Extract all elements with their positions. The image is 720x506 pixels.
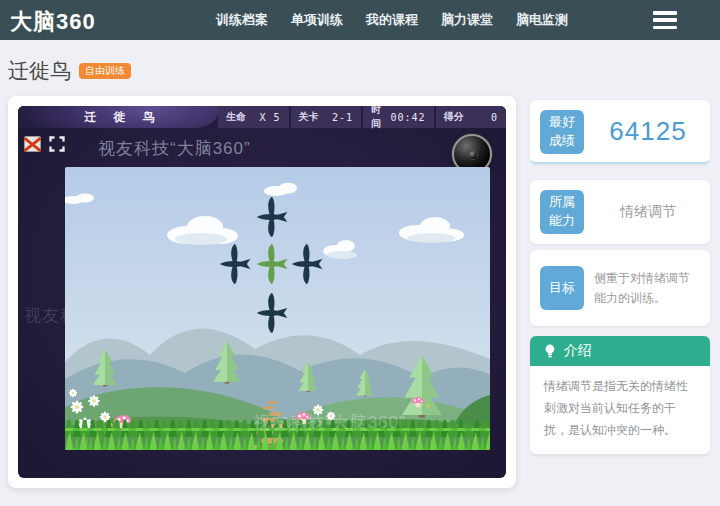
game-scene xyxy=(65,167,490,450)
bulb-icon xyxy=(544,344,556,359)
intro-header: 介绍 xyxy=(530,336,710,366)
intro-text: 情绪调节是指无关的情绪性刺激对当前认知任务的干扰，是认知冲突的一种。 xyxy=(530,366,710,454)
best-score-label: 最好成绩 xyxy=(540,110,584,154)
nav-item-my-courses[interactable]: 我的课程 xyxy=(366,11,418,29)
goal-label: 目标 xyxy=(540,266,584,310)
stat-score: 得分 0 xyxy=(434,106,507,128)
game-canvas[interactable]: 视友科技“大脑360” xyxy=(65,167,490,450)
fullscreen-icon[interactable] xyxy=(49,136,65,152)
game-title: 迁 徙 鸟 xyxy=(18,106,218,128)
nav-item-brain-class[interactable]: 脑力课堂 xyxy=(441,11,493,29)
top-nav: 大脑360 训练档案 单项训练 我的课程 脑力课堂 脑电监测 xyxy=(0,0,720,40)
game-header-bar: 迁 徙 鸟 生命 X 5 关卡 2-1 时间 00:42 xyxy=(18,106,506,128)
watermark-top: 视友科技“大脑360” xyxy=(98,137,251,160)
free-training-badge: 自由训练 xyxy=(79,63,131,79)
nav-item-single-training[interactable]: 单项训练 xyxy=(291,11,343,29)
best-score-value: 64125 xyxy=(594,100,702,162)
ability-value: 情绪调节 xyxy=(594,180,702,244)
page-title: 迁徙鸟 xyxy=(8,57,71,85)
goal-card: 目标 侧重于对情绪调节能力的训练。 xyxy=(530,250,710,326)
game-player-card: 迁 徙 鸟 生命 X 5 关卡 2-1 时间 00:42 xyxy=(8,96,516,488)
stat-level: 关卡 2-1 xyxy=(289,106,362,128)
game-title-plate: 迁 徙 鸟 xyxy=(18,106,218,128)
ability-card: 所属能力 情绪调节 xyxy=(530,180,710,244)
game-frame: 迁 徙 鸟 生命 X 5 关卡 2-1 时间 00:42 xyxy=(18,106,506,478)
nav-menu: 训练档案 单项训练 我的课程 脑力课堂 脑电监测 xyxy=(216,0,568,40)
game-stats-bar: 生命 X 5 关卡 2-1 时间 00:42 得分 0 xyxy=(218,106,506,128)
page: 大脑360 训练档案 单项训练 我的课程 脑力课堂 脑电监测 迁徙鸟 自由训练 … xyxy=(0,0,720,506)
nav-item-eeg-monitor[interactable]: 脑电监测 xyxy=(516,11,568,29)
best-score-card: 最好成绩 64125 xyxy=(530,100,710,164)
nav-item-training-archive[interactable]: 训练档案 xyxy=(216,11,268,29)
ability-label: 所属能力 xyxy=(540,190,584,234)
grass-front xyxy=(65,428,490,450)
title-row: 迁徙鸟 自由训练 xyxy=(8,57,131,85)
stat-time: 时间 00:42 xyxy=(361,106,434,128)
brand-logo[interactable]: 大脑360 xyxy=(10,7,96,37)
stat-lives: 生命 X 5 xyxy=(218,106,289,128)
intro-title: 介绍 xyxy=(564,342,592,360)
hamburger-menu-icon[interactable] xyxy=(653,11,677,29)
goal-value: 侧重于对情绪调节能力的训练。 xyxy=(594,250,696,326)
sound-off-icon[interactable] xyxy=(24,136,41,152)
